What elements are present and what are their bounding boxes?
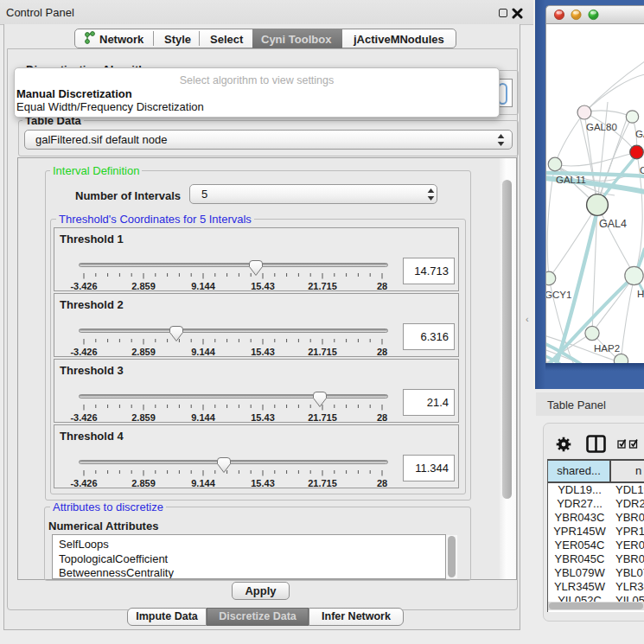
svg-text:GAL80: GAL80 xyxy=(586,122,617,132)
svg-text:H: H xyxy=(637,289,644,299)
svg-text:C: C xyxy=(640,165,644,175)
svg-text:GCY1: GCY1 xyxy=(546,290,571,300)
svg-text:HAP2: HAP2 xyxy=(594,343,620,354)
svg-text:GAL11: GAL11 xyxy=(556,175,586,185)
svg-text:GAL4: GAL4 xyxy=(599,218,627,230)
svg-text:GAL1: GAL1 xyxy=(635,129,644,139)
